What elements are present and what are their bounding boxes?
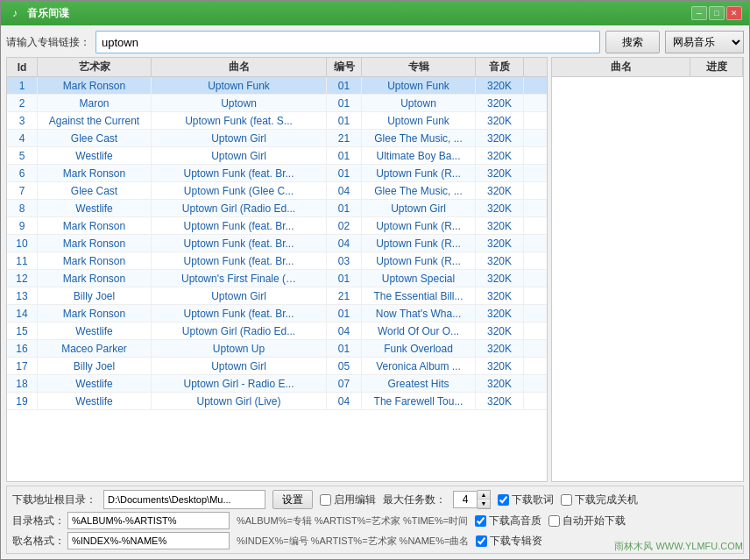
- cell-album: Glee The Music, ...: [362, 182, 476, 199]
- cell-id: 17: [7, 358, 38, 374]
- table-row[interactable]: 2 Maron Uptown 01 Uptown 320K: [7, 95, 547, 112]
- bottom-row1: 下载地址根目录： 设置 启用编辑 最大任务数： ▲ ▼ 下载歌: [12, 490, 738, 509]
- search-row: 请输入专辑链接： 搜索 网易音乐: [6, 31, 744, 53]
- download-on-complete-checkbox-label[interactable]: 下载完成关机: [561, 493, 638, 507]
- max-tasks-input[interactable]: [453, 491, 478, 508]
- maximize-button[interactable]: □: [709, 6, 725, 20]
- table-row[interactable]: 16 Maceo Parker Uptown Up 01 Funk Overlo…: [7, 340, 547, 358]
- auto-download-checkbox[interactable]: [548, 515, 560, 527]
- download-on-complete-checkbox[interactable]: [561, 494, 572, 506]
- cell-song: Uptown Funk (feat. S...: [152, 112, 327, 129]
- cell-num: 01: [327, 340, 362, 357]
- minimize-button[interactable]: ─: [691, 6, 707, 20]
- cell-num: 21: [327, 287, 362, 304]
- cell-quality: 320K: [476, 112, 524, 129]
- cell-num: 05: [327, 358, 362, 374]
- cell-song: Uptown Girl: [152, 147, 327, 164]
- cell-album: Uptown Funk (R...: [362, 165, 476, 181]
- cell-artist: Mark Ronson: [38, 305, 152, 322]
- spin-up-button[interactable]: ▲: [478, 491, 490, 500]
- table-row[interactable]: 1 Mark Ronson Uptown Funk 01 Uptown Funk…: [7, 77, 547, 95]
- download-hq-checkbox[interactable]: [475, 515, 486, 527]
- cell-id: 18: [7, 375, 38, 392]
- dir-input[interactable]: [103, 490, 265, 509]
- cell-song: Uptown Girl (Radio Ed...: [152, 200, 327, 216]
- close-button[interactable]: ✕: [726, 6, 742, 20]
- cell-num: 01: [327, 200, 362, 216]
- source-select[interactable]: 网易音乐: [665, 31, 744, 53]
- table-row[interactable]: 18 Westlife Uptown Girl - Radio E... 07 …: [7, 375, 547, 393]
- download-album-checkbox[interactable]: [476, 535, 487, 547]
- settings-button[interactable]: 设置: [272, 490, 313, 509]
- bottom-row2: 目录格式： %ALBUM%=专辑 %ARTIST%=艺术家 %TIME%=时间 …: [12, 512, 738, 529]
- cell-id: 12: [7, 270, 38, 287]
- table-header: Id 艺术家 曲名 编号 专辑 音质: [7, 58, 547, 77]
- cell-quality: 320K: [476, 77, 524, 94]
- main-window: ♪ 音乐间谍 ─ □ ✕ 请输入专辑链接： 搜索 网易音乐 Id 艺术家 曲名: [0, 0, 750, 560]
- table-row[interactable]: 5 Westlife Uptown Girl 01 Ultimate Boy B…: [7, 147, 547, 165]
- download-lyrics-label: 下载歌词: [512, 493, 554, 507]
- cell-album: Uptown: [362, 95, 476, 111]
- enable-edit-checkbox[interactable]: [320, 494, 331, 506]
- cell-album: Uptown Funk: [362, 112, 476, 129]
- cell-song: Uptown Girl (Live): [152, 393, 327, 409]
- cell-num: 01: [327, 270, 362, 287]
- download-lyrics-checkbox-label[interactable]: 下载歌词: [498, 493, 554, 507]
- cell-num: 21: [327, 130, 362, 146]
- song-format-label: 歌名格式：: [12, 534, 60, 549]
- cell-album: World Of Our O...: [362, 323, 476, 339]
- cell-song: Uptown Funk (feat. Br...: [152, 235, 327, 252]
- song-format-input[interactable]: [67, 532, 230, 549]
- cell-song: Uptown Funk (Glee C...: [152, 182, 327, 199]
- cell-id: 15: [7, 323, 38, 339]
- cell-quality: 320K: [476, 165, 524, 181]
- table-row[interactable]: 8 Westlife Uptown Girl (Radio Ed... 01 U…: [7, 200, 547, 217]
- search-input[interactable]: [96, 31, 600, 53]
- cell-quality: 320K: [476, 182, 524, 199]
- download-hq-checkbox-label[interactable]: 下载高音质: [475, 514, 541, 528]
- cell-song: Uptown's First Finale (…: [152, 270, 327, 287]
- auto-download-checkbox-label[interactable]: 自动开始下载: [548, 514, 626, 528]
- download-queue-content: [552, 77, 743, 481]
- spin-down-button[interactable]: ▼: [478, 500, 490, 508]
- table-row[interactable]: 14 Mark Ronson Uptown Funk (feat. Br... …: [7, 305, 547, 323]
- search-button[interactable]: 搜索: [605, 31, 660, 53]
- table-row[interactable]: 6 Mark Ronson Uptown Funk (feat. Br... 0…: [7, 165, 547, 182]
- cell-song: Uptown Funk (feat. Br...: [152, 165, 327, 181]
- table-row[interactable]: 11 Mark Ronson Uptown Funk (feat. Br... …: [7, 252, 547, 270]
- table-body[interactable]: 1 Mark Ronson Uptown Funk 01 Uptown Funk…: [7, 77, 547, 481]
- cell-song: Uptown Funk: [152, 77, 327, 94]
- table-row[interactable]: 12 Mark Ronson Uptown's First Finale (… …: [7, 270, 547, 287]
- cell-quality: 320K: [476, 287, 524, 304]
- table-row[interactable]: 17 Billy Joel Uptown Girl 05 Veronica Al…: [7, 358, 547, 375]
- cell-num: 03: [327, 252, 362, 269]
- table-row[interactable]: 10 Mark Ronson Uptown Funk (feat. Br... …: [7, 235, 547, 252]
- table-row[interactable]: 9 Mark Ronson Uptown Funk (feat. Br... 0…: [7, 217, 547, 235]
- download-lyrics-checkbox[interactable]: [498, 494, 509, 506]
- table-row[interactable]: 13 Billy Joel Uptown Girl 21 The Essenti…: [7, 287, 547, 305]
- table-row[interactable]: 4 Glee Cast Uptown Girl 21 Glee The Musi…: [7, 130, 547, 147]
- download-album-checkbox-label[interactable]: 下载专辑资: [476, 534, 542, 549]
- cell-album: Greatest Hits: [362, 375, 476, 392]
- cell-quality: 320K: [476, 217, 524, 234]
- cell-song: Uptown Funk (feat. Br...: [152, 217, 327, 234]
- table-row[interactable]: 19 Westlife Uptown Girl (Live) 04 The Fa…: [7, 393, 547, 410]
- cell-artist: Glee Cast: [38, 182, 152, 199]
- cell-artist: Westlife: [38, 200, 152, 216]
- table-row[interactable]: 7 Glee Cast Uptown Funk (Glee C... 04 Gl…: [7, 182, 547, 200]
- cell-id: 8: [7, 200, 38, 216]
- cell-num: 04: [327, 393, 362, 409]
- table-row[interactable]: 15 Westlife Uptown Girl (Radio Ed... 04 …: [7, 323, 547, 340]
- enable-edit-checkbox-label[interactable]: 启用编辑: [320, 493, 376, 507]
- cell-num: 01: [327, 147, 362, 164]
- dir-format-input[interactable]: [67, 512, 230, 529]
- cell-id: 6: [7, 165, 38, 181]
- table-row[interactable]: 3 Against the Current Uptown Funk (feat.…: [7, 112, 547, 130]
- cell-artist: Mark Ronson: [38, 270, 152, 287]
- cell-artist: Billy Joel: [38, 358, 152, 374]
- cell-artist: Mark Ronson: [38, 165, 152, 181]
- cell-song: Uptown Girl - Radio E...: [152, 375, 327, 392]
- cell-quality: 320K: [476, 323, 524, 339]
- cell-quality: 320K: [476, 147, 524, 164]
- cell-id: 3: [7, 112, 38, 129]
